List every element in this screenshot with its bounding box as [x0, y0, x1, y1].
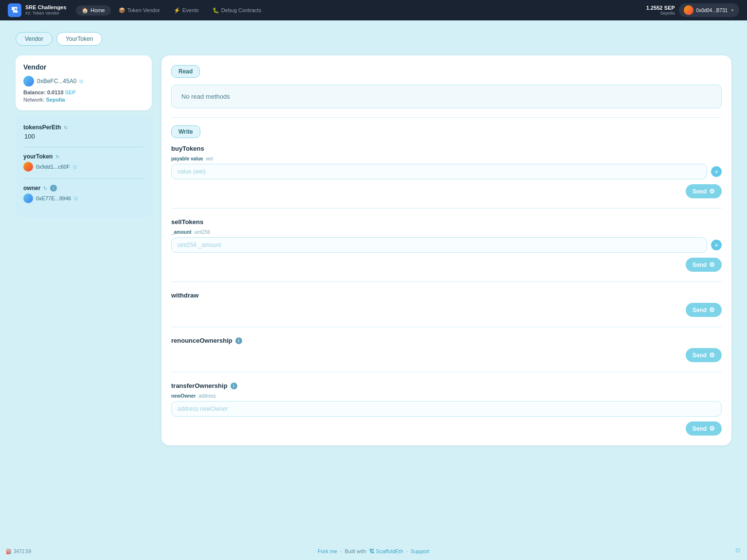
vendor-card: Vendor 0xBeFC...45A0 ⧉ Balance: 0.0110 S… — [16, 55, 152, 110]
tokens-per-eth-label: tokensPerEth — [23, 124, 61, 131]
settings-icon[interactable]: ⚙ — [735, 546, 741, 554]
owner-copy-icon[interactable]: ⧉ — [74, 195, 78, 202]
owner-item: owner ↻ i 0xE77E...9946 ⧉ — [23, 185, 144, 203]
footer-fork: Fork me · Built with 🏗 ScaffoldEth · Sup… — [318, 548, 429, 554]
vendor-address: 0xBeFC...45A0 — [37, 78, 76, 85]
owner-info-icon[interactable]: i — [50, 185, 57, 192]
sell-tokens-expand-btn[interactable]: + — [711, 240, 722, 250]
copy-icon[interactable]: ⧉ — [79, 78, 83, 85]
navbar: 🏗 SRE Challenges #2: Token Vendor 🏠 Home… — [0, 0, 747, 20]
brand-subtitle: #2: Token Vendor — [25, 11, 66, 16]
transfer-input[interactable] — [171, 401, 722, 417]
brand-icon: 🏗 — [8, 3, 21, 17]
wallet-address-button[interactable]: 0x0d04...B731 ▼ — [679, 3, 739, 17]
tokens-per-eth-item: tokensPerEth ↻ 100 — [23, 124, 144, 140]
tab-group: Vendor YourToken — [16, 32, 731, 46]
nav-links: 🏠 Home 📦 Token Vendor ⚡ Events 🐛 Debug C… — [76, 5, 642, 16]
nav-home[interactable]: 🏠 Home — [76, 5, 110, 16]
your-token-avatar — [23, 162, 33, 172]
sell-tokens-block: sellTokens _amount uint256 + Send ⚙ — [171, 218, 722, 282]
tokens-per-eth-refresh-icon[interactable]: ↻ — [64, 125, 68, 130]
fork-link[interactable]: Fork me — [318, 548, 337, 554]
owner-avatar — [23, 193, 33, 203]
buy-tokens-expand-btn[interactable]: + — [711, 166, 722, 177]
wallet-balance: 1.2552 SEP Sepolia — [646, 5, 675, 16]
renounce-ownership-block: renounceOwnership i Send ⚙ — [171, 337, 722, 372]
sell-tokens-title: sellTokens — [171, 218, 722, 226]
send-icon: ⚙ — [709, 351, 715, 359]
withdraw-title: withdraw — [171, 292, 722, 299]
withdraw-send-button[interactable]: Send ⚙ — [686, 303, 722, 317]
scaffold-link[interactable]: 🏗 ScaffoldEth — [369, 548, 403, 554]
sell-tokens-input-row: + — [171, 237, 722, 253]
footer: Fork me · Built with 🏗 ScaffoldEth · Sup… — [0, 542, 747, 560]
gas-value: 3472.59 — [14, 549, 31, 554]
gas-badge: ⛽ 3472.59 — [6, 549, 31, 554]
transfer-info-icon[interactable]: i — [231, 383, 237, 389]
read-tab[interactable]: Read — [171, 65, 200, 78]
buy-tokens-input[interactable] — [171, 164, 707, 179]
write-tab[interactable]: Write — [171, 125, 200, 138]
sell-tokens-send-button[interactable]: Send ⚙ — [686, 258, 722, 272]
right-panel: Read No read methods Write buyTokens pay… — [161, 55, 731, 445]
brand-title: SRE Challenges — [25, 4, 66, 11]
renounce-send-button[interactable]: Send ⚙ — [686, 348, 722, 362]
nav-token-vendor[interactable]: 📦 Token Vendor — [113, 5, 166, 16]
write-section: Write buyTokens payable value wei + — [171, 125, 722, 436]
withdraw-block: withdraw Send ⚙ — [171, 292, 722, 327]
renounce-title: renounceOwnership i — [171, 337, 722, 344]
tab-your-token[interactable]: YourToken — [56, 32, 102, 46]
buy-tokens-send-button[interactable]: Send ⚙ — [686, 184, 722, 198]
wallet-avatar — [684, 5, 694, 15]
owner-refresh-icon[interactable]: ↻ — [43, 186, 47, 191]
transfer-send-button[interactable]: Send ⚙ — [686, 421, 722, 436]
no-read-methods-box: No read methods — [171, 85, 722, 108]
brand: 🏗 SRE Challenges #2: Token Vendor — [8, 3, 66, 17]
content-layout: Vendor 0xBeFC...45A0 ⧉ Balance: 0.0110 S… — [16, 55, 731, 445]
tab-vendor[interactable]: Vendor — [16, 32, 53, 46]
nav-debug-contracts[interactable]: 🐛 Debug Contracts — [207, 5, 267, 16]
vendor-card-title: Vendor — [23, 63, 144, 71]
your-token-address: 0x9dd1...c60F — [36, 164, 70, 170]
buy-tokens-block: buyTokens payable value wei + Send ⚙ — [171, 145, 722, 209]
nav-right: 1.2552 SEP Sepolia 0x0d04...B731 ▼ — [646, 3, 739, 17]
methods-card: tokensPerEth ↻ 100 yourToken ↻ 0x9dd1...… — [16, 116, 152, 218]
transfer-input-row — [171, 401, 722, 417]
buy-tokens-title: buyTokens — [171, 145, 722, 152]
vendor-balance: Balance: 0.0110 SEP — [23, 89, 144, 95]
transfer-ownership-block: transferOwnership i newOwner address Sen… — [171, 382, 722, 436]
renounce-info-icon[interactable]: i — [235, 337, 242, 344]
vendor-address-row: 0xBeFC...45A0 ⧉ — [23, 76, 144, 87]
send-icon: ⚙ — [709, 188, 715, 195]
your-token-refresh-icon[interactable]: ↻ — [55, 154, 59, 159]
your-token-item: yourToken ↻ 0x9dd1...c60F ⧉ — [23, 153, 144, 172]
nav-events[interactable]: ⚡ Events — [168, 5, 205, 16]
gas-icon: ⛽ — [6, 549, 12, 554]
your-token-label: yourToken — [23, 153, 53, 160]
contract-card: Read No read methods Write buyTokens pay… — [161, 55, 731, 445]
owner-label: owner — [23, 185, 40, 192]
wallet-address-text: 0x0d04...B731 — [696, 8, 728, 13]
buy-tokens-input-row: + — [171, 164, 722, 179]
send-icon: ⚙ — [709, 425, 715, 432]
left-panel: Vendor 0xBeFC...45A0 ⧉ Balance: 0.0110 S… — [16, 55, 152, 218]
chevron-down-icon: ▼ — [730, 8, 734, 13]
send-icon: ⚙ — [709, 306, 715, 314]
your-token-copy-icon[interactable]: ⧉ — [73, 164, 77, 170]
transfer-param-label: newOwner address — [171, 393, 722, 399]
vendor-avatar — [23, 76, 34, 87]
vendor-network: Network: Sepolia — [23, 97, 144, 103]
buy-tokens-param-label: payable value wei — [171, 156, 722, 161]
transfer-title: transferOwnership i — [171, 382, 722, 389]
sell-tokens-input[interactable] — [171, 237, 707, 253]
main-content: Vendor YourToken Vendor 0xBeFC...45A0 ⧉ … — [0, 20, 747, 542]
sell-tokens-param-label: _amount uint256 — [171, 229, 722, 235]
support-link[interactable]: Support — [410, 548, 429, 554]
owner-address: 0xE77E...9946 — [36, 195, 71, 201]
send-icon: ⚙ — [709, 261, 715, 268]
tokens-per-eth-value: 100 — [23, 133, 144, 140]
read-section: Read No read methods — [171, 65, 722, 108]
